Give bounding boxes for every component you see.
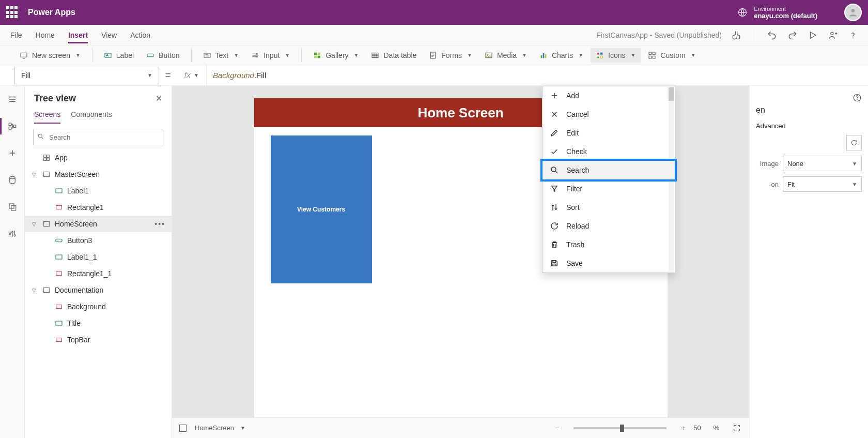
menu-view[interactable]: View [101, 27, 117, 43]
app-checker-icon[interactable] [731, 30, 741, 40]
media-rail-icon[interactable] [6, 201, 19, 213]
button-label: Button [159, 51, 179, 59]
button-button[interactable]: Button [141, 48, 184, 63]
tree-node-app[interactable]: App [25, 149, 172, 166]
user-avatar[interactable] [844, 4, 862, 21]
zoom-in-button[interactable]: + [678, 423, 688, 433]
svg-rect-48 [56, 272, 62, 276]
media-button[interactable]: Media▼ [479, 48, 532, 63]
icons-menu-save[interactable]: Save [542, 254, 675, 273]
swap-image-button[interactable] [846, 135, 862, 150]
svg-rect-43 [56, 189, 62, 193]
tree-node-rectangle1-1[interactable]: Rectangle1_1 [25, 265, 172, 282]
label-button[interactable]: Label [99, 48, 139, 63]
tree-node-label1-1[interactable]: Label1_1 [25, 249, 172, 265]
tree-node-documentation[interactable]: ▽ Documentation [25, 282, 172, 298]
svg-rect-42 [44, 172, 50, 176]
canvas-area[interactable]: Home Screen View Customers Add Cancel Ed… [172, 86, 749, 438]
gallery-button[interactable]: Gallery▼ [308, 48, 364, 63]
custom-button[interactable]: Custom▼ [643, 48, 701, 63]
tab-screens[interactable]: Screens [34, 110, 60, 124]
tree-node-label1[interactable]: Label1 [25, 183, 172, 199]
zoom-unit: % [713, 424, 719, 432]
check-icon [550, 147, 559, 156]
help-icon[interactable] [848, 31, 858, 40]
zoom-out-button[interactable]: − [552, 423, 562, 433]
property-selector-value: Fill [21, 71, 30, 80]
prop-image-value: None [787, 160, 803, 168]
hamburger-icon[interactable] [6, 93, 19, 105]
rectangle-icon [55, 203, 63, 212]
new-screen-button[interactable]: New screen▼ [14, 48, 86, 63]
insert-rail-icon[interactable] [6, 147, 19, 159]
close-icon[interactable]: ✕ [156, 94, 162, 103]
menu-insert[interactable]: Insert [68, 27, 88, 43]
tree-node-homescreen[interactable]: ▽ HomeScreen ••• [25, 216, 172, 232]
svg-rect-41 [47, 158, 50, 161]
input-button[interactable]: Input▼ [246, 48, 295, 63]
tree-node-rectangle1[interactable]: Rectangle1 [25, 199, 172, 216]
svg-rect-6 [147, 54, 153, 56]
zoom-slider[interactable] [574, 427, 667, 429]
svg-rect-4 [21, 53, 27, 57]
tree-node-label: Label1 [67, 187, 89, 195]
tab-components[interactable]: Components [71, 110, 112, 124]
menu-home[interactable]: Home [36, 27, 55, 43]
tools-rail-icon[interactable] [6, 228, 19, 240]
data-rail-icon[interactable] [6, 174, 19, 186]
svg-rect-11 [318, 52, 320, 55]
tree-node-title[interactable]: Title [25, 315, 172, 331]
icons-menu-search[interactable]: Search [542, 161, 675, 179]
share-icon[interactable] [828, 30, 838, 40]
icons-menu-check[interactable]: Check [542, 142, 675, 161]
canvas-view-customers-button[interactable]: View Customers [271, 135, 372, 283]
undo-icon[interactable] [767, 30, 777, 40]
tree-node-masterscreen[interactable]: ▽ MasterScreen [25, 166, 172, 183]
tree-node-label: Documentation [55, 286, 103, 294]
tree-search[interactable] [33, 129, 163, 145]
tree-node-background[interactable]: Background [25, 298, 172, 315]
icons-menu-trash[interactable]: Trash [542, 235, 675, 254]
icons-menu-reload[interactable]: Reload [542, 217, 675, 235]
prop-tab-advanced[interactable]: Advanced [756, 122, 862, 130]
data-table-button[interactable]: Data table [366, 48, 422, 63]
app-launcher-icon[interactable] [6, 6, 19, 19]
tree-node-button3[interactable]: Button3 [25, 232, 172, 249]
icons-dropdown[interactable]: Add Cancel Edit Check Search Filter Sort… [542, 86, 675, 273]
charts-button[interactable]: Charts▼ [534, 48, 588, 63]
formula-input[interactable]: Background.Fill [207, 71, 868, 80]
icons-menu-filter[interactable]: Filter [542, 179, 675, 198]
property-selector[interactable]: Fill ▼ [14, 67, 159, 84]
icons-menu-sort[interactable]: Sort [542, 198, 675, 217]
icons-menu-edit[interactable]: Edit [542, 124, 675, 142]
panel-help-icon[interactable] [853, 93, 862, 102]
input-label: Input [264, 51, 280, 59]
chevron-down-icon[interactable]: ▼ [240, 425, 245, 431]
prop-image-select[interactable]: None▼ [783, 156, 862, 171]
forms-button[interactable]: Forms▼ [424, 48, 477, 63]
environment-block[interactable]: Environment enayu.com (default) [754, 5, 817, 20]
status-screen-name[interactable]: HomeScreen [195, 424, 234, 432]
zoom-slider-knob[interactable] [620, 425, 624, 432]
fx-label[interactable]: fx▼ [177, 65, 207, 85]
menu-file[interactable]: File [10, 27, 22, 43]
svg-point-21 [597, 52, 599, 54]
environment-icon[interactable] [737, 7, 748, 18]
text-button[interactable]: Text▼ [198, 48, 244, 63]
more-icon[interactable]: ••• [154, 220, 165, 228]
icons-menu-add[interactable]: Add [542, 86, 675, 105]
prop-position-select[interactable]: Fit▼ [783, 176, 862, 192]
fit-to-screen-button[interactable] [732, 423, 742, 433]
play-icon[interactable] [808, 31, 817, 40]
dropdown-scrollbar[interactable] [669, 87, 674, 271]
dropdown-scroll-thumb[interactable] [669, 87, 674, 101]
tree-search-input[interactable] [33, 129, 163, 145]
icons-menu-cancel[interactable]: Cancel [542, 105, 675, 124]
tree-view-icon[interactable] [6, 120, 19, 132]
menu-action[interactable]: Action [130, 27, 150, 43]
screen-icon [20, 51, 28, 59]
tree-node-topbar[interactable]: TopBar [25, 331, 172, 348]
icons-button[interactable]: Icons▼ [591, 48, 641, 63]
svg-rect-12 [314, 55, 317, 58]
redo-icon[interactable] [787, 30, 798, 40]
